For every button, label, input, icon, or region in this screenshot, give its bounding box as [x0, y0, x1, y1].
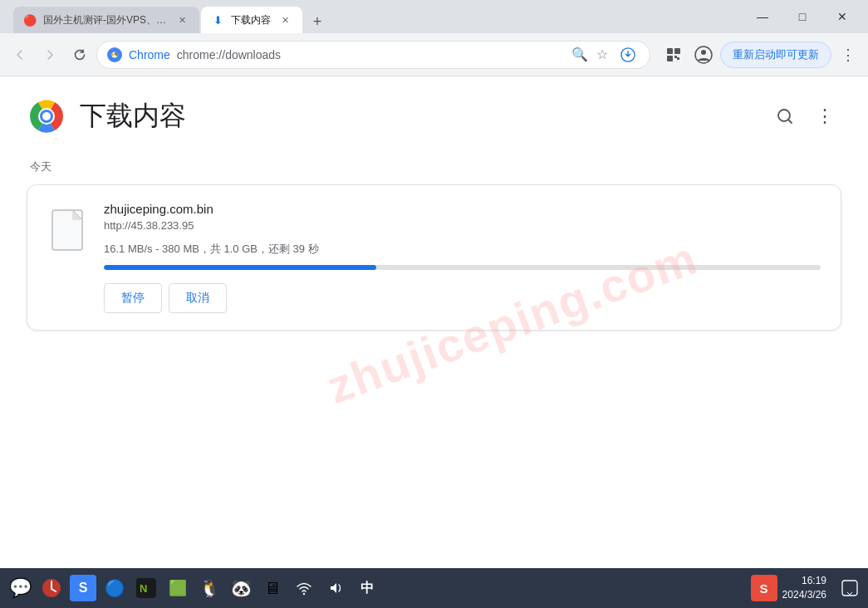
download-actions: 暂停 取消 [104, 283, 821, 313]
close-button[interactable]: ✕ [823, 3, 861, 30]
title-bar: 🔴 国外主机测评-国外VPS、国... ✕ ⬇ 下载内容 ✕ + — □ ✕ [0, 0, 868, 33]
svg-rect-3 [667, 48, 673, 54]
taskbar-input-icon[interactable]: 中 [354, 575, 380, 601]
clock-time: 16:19 [782, 574, 826, 588]
download-status: 16.1 MB/s - 380 MB，共 1.0 GB，还剩 39 秒 [104, 242, 821, 257]
tab2-close[interactable]: ✕ [277, 12, 292, 27]
tab2-favicon: ⬇ [211, 13, 224, 27]
svg-rect-7 [674, 56, 677, 58]
extensions-button[interactable] [660, 42, 687, 68]
download-card: zhujiceping.com.bin http://45.38.233.95 … [27, 184, 841, 331]
tab-downloads[interactable]: ⬇ 下载内容 ✕ [201, 7, 302, 33]
taskbar-icon-3[interactable]: S [70, 575, 96, 601]
taskbar-volume-icon[interactable] [322, 575, 349, 601]
tab1-close[interactable]: ✕ [174, 12, 189, 27]
address-bar: Chrome chrome://downloads 🔍 ☆ 重新启动即可更新 ⋮ [0, 33, 868, 76]
clock-date: 2024/3/26 [782, 588, 826, 602]
profile-button[interactable] [690, 42, 717, 68]
svg-rect-5 [667, 56, 673, 61]
progress-bar-fill [104, 265, 376, 270]
forward-button[interactable] [37, 42, 63, 68]
taskbar-icon-2[interactable] [38, 575, 65, 601]
svg-rect-4 [674, 48, 680, 54]
page-header-actions: ⋮ [768, 100, 841, 133]
download-info: zhujiceping.com.bin http://45.38.233.95 … [104, 202, 821, 313]
update-button[interactable]: 重新启动即可更新 [720, 42, 831, 68]
back-button[interactable] [7, 42, 33, 68]
tab2-title: 下载内容 [231, 13, 271, 27]
cancel-button[interactable]: 取消 [169, 283, 227, 313]
bookmark-icon[interactable]: ☆ [596, 47, 608, 62]
taskbar-clock[interactable]: 16:19 2024/3/26 [782, 574, 826, 602]
address-url: chrome://downloads [177, 48, 281, 61]
new-tab-button[interactable]: + [306, 10, 329, 33]
more-menu-button[interactable]: ⋮ [835, 42, 861, 68]
minimize-button[interactable]: — [743, 3, 782, 30]
taskbar: 💬 S 🔵 N 🟩 🐧 🐼 🖥 中 S 16:19 2024/3/26 [0, 568, 868, 608]
page-title: 下载内容 [80, 98, 768, 135]
page-content: zhujiceping.com 下载内容 ⋮ 今天 [0, 76, 868, 568]
svg-point-9 [701, 50, 706, 55]
toolbar-right: 重新启动即可更新 ⋮ [660, 42, 861, 68]
maximize-button[interactable]: □ [783, 3, 821, 30]
more-options-button[interactable]: ⋮ [808, 100, 841, 133]
reload-button[interactable] [66, 42, 93, 68]
pause-button[interactable]: 暂停 [104, 283, 162, 313]
tab1-favicon: 🔴 [23, 13, 37, 27]
taskbar-bluetooth-icon[interactable]: 🔵 [101, 575, 128, 601]
svg-text:N: N [140, 582, 147, 595]
taskbar-sogou-icon[interactable]: S [751, 575, 777, 601]
download-filename: zhujiceping.com.bin [104, 202, 821, 216]
svg-rect-19 [842, 581, 857, 596]
section-today-label: 今天 [30, 159, 841, 174]
taskbar-icon-9[interactable]: 🖥 [259, 575, 286, 601]
search-button[interactable] [768, 100, 802, 133]
svg-point-12 [42, 112, 51, 120]
taskbar-wechat-icon[interactable]: 💬 [7, 575, 33, 601]
page-header: 下载内容 ⋮ [27, 96, 841, 136]
window-controls: — □ ✕ [743, 3, 861, 30]
chrome-logo [27, 96, 66, 136]
tab1-title: 国外主机测评-国外VPS、国... [43, 13, 168, 27]
taskbar-icon-6[interactable]: 🟩 [164, 575, 191, 601]
chrome-icon-small [107, 47, 122, 62]
tab-1[interactable]: 🔴 国外主机测评-国外VPS、国... ✕ [13, 7, 199, 33]
download-status-icon[interactable] [616, 43, 640, 66]
address-input[interactable]: Chrome chrome://downloads 🔍 ☆ [96, 41, 650, 69]
svg-point-18 [303, 593, 305, 595]
progress-bar-container [104, 265, 821, 270]
download-url: http://45.38.233.95 [104, 219, 821, 232]
taskbar-nvidia-icon[interactable]: N [133, 575, 159, 601]
taskbar-notify-icon[interactable] [838, 576, 861, 600]
svg-rect-6 [677, 57, 679, 60]
taskbar-icon-8[interactable]: 🐼 [228, 575, 254, 601]
file-icon [47, 205, 87, 255]
address-search-icon[interactable]: 🔍 [571, 47, 588, 62]
taskbar-wifi-icon[interactable] [291, 575, 317, 601]
taskbar-qq-icon[interactable]: 🐧 [196, 575, 223, 601]
chrome-label: Chrome [129, 48, 170, 61]
